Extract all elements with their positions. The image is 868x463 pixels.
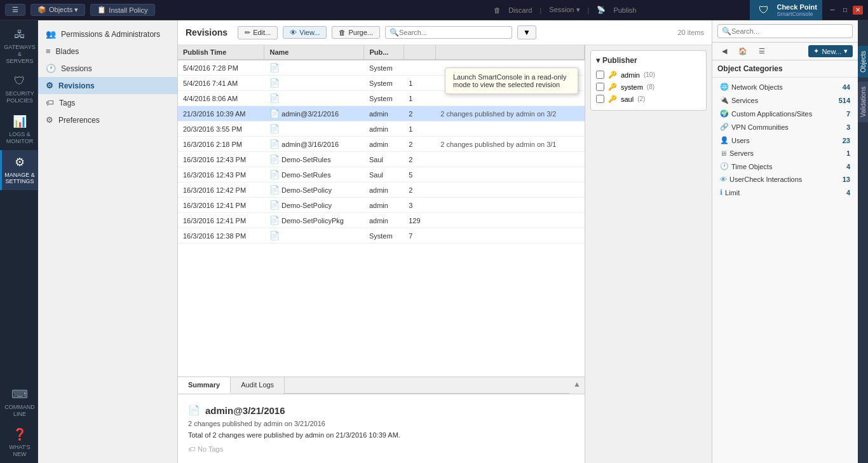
filter-header[interactable]: ▾ Publisher	[596, 56, 701, 65]
cell-publisher: admin	[364, 106, 403, 121]
install-policy-button[interactable]: 📋 Install Policy	[90, 4, 154, 16]
cell-name: 📄 Demo-SetPolicy	[264, 183, 364, 198]
table-row[interactable]: 16/3/2016 12:41 PM 📄 Demo-SetPolicy admi…	[178, 198, 585, 213]
obj-count: 44	[843, 83, 850, 91]
sidebar-item-security[interactable]: 🛡 SECURITY POLICIES	[0, 69, 37, 109]
summary-body: 📄 admin@3/21/2016 2 changes published by…	[178, 394, 585, 463]
filter-item[interactable]: 🔑 system (8)	[596, 81, 701, 93]
obj-count: 4	[846, 189, 850, 197]
objects-search-box[interactable]: 🔍	[717, 24, 853, 38]
table-row[interactable]: 16/3/2016 12:43 PM 📄 Demo-SetRules Saul …	[178, 152, 585, 167]
list-button[interactable]: ☰	[754, 45, 770, 57]
home-button[interactable]: 🏠	[734, 45, 752, 57]
purge-button[interactable]: 🗑 Purge...	[332, 26, 380, 39]
search-icon: 🔍	[722, 27, 731, 36]
cell-time: 16/3/2016 12:43 PM	[178, 152, 264, 167]
filter-button[interactable]: ▼	[517, 25, 536, 39]
view-button[interactable]: 👁 View...	[283, 26, 327, 39]
table-container[interactable]: Publish Time Name Pub... 5/4/2016 7:28 P…	[178, 45, 585, 377]
back-button[interactable]: ◀	[717, 45, 731, 57]
tab-summary[interactable]: Summary	[178, 377, 231, 394]
table-row[interactable]: 16/3/2016 2:18 PM 📄 admin@3/16/2016 admi…	[178, 137, 585, 152]
filter-checkbox[interactable]	[596, 95, 604, 103]
doc-icon: 📄	[269, 231, 280, 240]
filter-checkbox[interactable]	[596, 83, 604, 91]
nav-tags[interactable]: 🏷 Tags	[38, 94, 177, 111]
obj-item-custom[interactable]: 🌍 Custom Applications/Sites 7	[712, 107, 858, 120]
sidebar-item-cmdline[interactable]: ⌨ COMMAND LINE	[0, 382, 37, 423]
sidebar-item-whatsnew[interactable]: ❓ WHAT'S NEW	[0, 422, 37, 463]
summary-collapse-btn[interactable]: ▲	[569, 377, 585, 394]
table-row[interactable]: 16/3/2016 12:41 PM 📄 Demo-SetPolicyPkg a…	[178, 213, 585, 228]
cmdline-icon: ⌨	[11, 387, 28, 401]
filter-checkbox[interactable]	[596, 71, 604, 79]
title-bar-left: ☰ 📦 Objects ▾ 📋 Install Policy	[0, 4, 380, 16]
purge-icon: 🗑	[339, 29, 346, 36]
sidebar-item-logs[interactable]: 📊 LOGS & MONITOR	[0, 109, 37, 150]
tab-audit-logs[interactable]: Audit Logs	[231, 377, 285, 394]
right-filter-panel: ▾ Publisher 🔑 admin (10) 🔑 system (8) 🔑 …	[585, 45, 712, 463]
obj-count: 1	[846, 149, 850, 157]
cell-publisher: admin	[364, 121, 403, 137]
close-button[interactable]: ✕	[853, 6, 863, 15]
filter-icon: ▼	[523, 28, 531, 37]
objects-button[interactable]: 📦 Objects ▾	[31, 4, 85, 16]
summary-doc-icon: 📄	[188, 404, 200, 416]
obj-item-vpn[interactable]: 🔗 VPN Communities 3	[712, 120, 858, 134]
nav-blades[interactable]: ≡ Blades	[38, 43, 177, 60]
edit-button[interactable]: ✏ Edit...	[238, 26, 278, 39]
cell-desc	[435, 198, 584, 213]
table-row[interactable]: 20/3/2016 3:55 PM 📄 admin 1	[178, 121, 585, 137]
far-right-tabs: Objects Validations	[858, 20, 868, 463]
minimize-button[interactable]: ─	[827, 6, 837, 15]
tags-icon: 🏷	[46, 98, 54, 107]
obj-item-services[interactable]: 🔌 Services 514	[712, 93, 858, 107]
col-publisher: Pub...	[364, 45, 403, 60]
tooltip: Launch SmartConsole in a read-only mode …	[445, 67, 578, 94]
obj-item-usercheck[interactable]: 👁 UserCheck Interactions 13	[712, 173, 858, 186]
tab-validations[interactable]: Validations	[858, 81, 869, 122]
table-row[interactable]: 16/3/2016 12:42 PM 📄 Demo-SetPolicy admi…	[178, 183, 585, 198]
obj-item-time[interactable]: 🕐 Time Objects 4	[712, 160, 858, 173]
table-row[interactable]: 16/3/2016 12:38 PM 📄 System 7	[178, 228, 585, 244]
gateways-icon: 🖧	[14, 28, 25, 41]
nav-sessions[interactable]: 🕐 Sessions	[38, 60, 177, 77]
sidebar-item-gateways[interactable]: 🖧 GATEWAYS & SERVERS	[0, 23, 37, 69]
app-menu-button[interactable]: ☰	[5, 4, 25, 16]
maximize-button[interactable]: □	[840, 6, 850, 15]
summary-description: Total of 2 changes were published by adm…	[188, 431, 574, 439]
nav-preferences[interactable]: ⚙ Preferences	[38, 111, 177, 128]
obj-item-network[interactable]: 🌐 Network Objects 44	[712, 80, 858, 93]
filter-item[interactable]: 🔑 admin (10)	[596, 69, 701, 81]
filter-item[interactable]: 🔑 saul (2)	[596, 93, 701, 105]
obj-item-servers[interactable]: 🖥 Servers 1	[712, 147, 858, 160]
search-box[interactable]: 🔍	[385, 26, 512, 39]
cell-changes: 129	[403, 213, 435, 228]
search-input[interactable]	[399, 29, 508, 36]
obj-item-users[interactable]: 👤 Users 23	[712, 134, 858, 147]
time-icon: 🕐	[720, 162, 729, 170]
col-changes	[403, 45, 435, 60]
cell-publisher: System	[364, 228, 403, 244]
filter-label: admin	[621, 71, 640, 79]
tab-objects[interactable]: Objects	[858, 46, 869, 78]
table-row[interactable]: 16/3/2016 12:43 PM 📄 Demo-SetRules Saul …	[178, 167, 585, 183]
obj-item-limit[interactable]: ℹ Limit 4	[712, 186, 858, 199]
nav-permissions[interactable]: 👥 Permissions & Administrators	[38, 25, 177, 43]
new-button[interactable]: ✦ New... ▾	[808, 45, 853, 57]
table-and-panel: Publish Time Name Pub... 5/4/2016 7:28 P…	[178, 45, 585, 463]
nav-revisions[interactable]: ⚙ Revisions	[38, 77, 177, 94]
obj-label: Limit	[725, 189, 846, 197]
table-row[interactable]: 21/3/2016 10:39 AM 📄 admin@3/21/2016 adm…	[178, 106, 585, 121]
main-content: Revisions ✏ Edit... 👁 View... 🗑 Purge...…	[178, 20, 712, 463]
cell-name: 📄 Demo-SetPolicyPkg	[264, 213, 364, 228]
security-icon: 🛡	[14, 74, 25, 88]
cell-name: 📄	[264, 91, 364, 106]
cell-changes: 2	[403, 106, 435, 121]
whatsnew-icon: ❓	[13, 427, 27, 441]
objects-search-input[interactable]	[731, 27, 848, 35]
sidebar-item-manage[interactable]: ⚙ MANAGE & SETTINGS	[0, 150, 37, 191]
doc-icon: 📄	[269, 124, 280, 134]
brand: 🛡 Check Point SmartConsole	[750, 0, 822, 20]
search-icon: 🔍	[390, 28, 399, 37]
